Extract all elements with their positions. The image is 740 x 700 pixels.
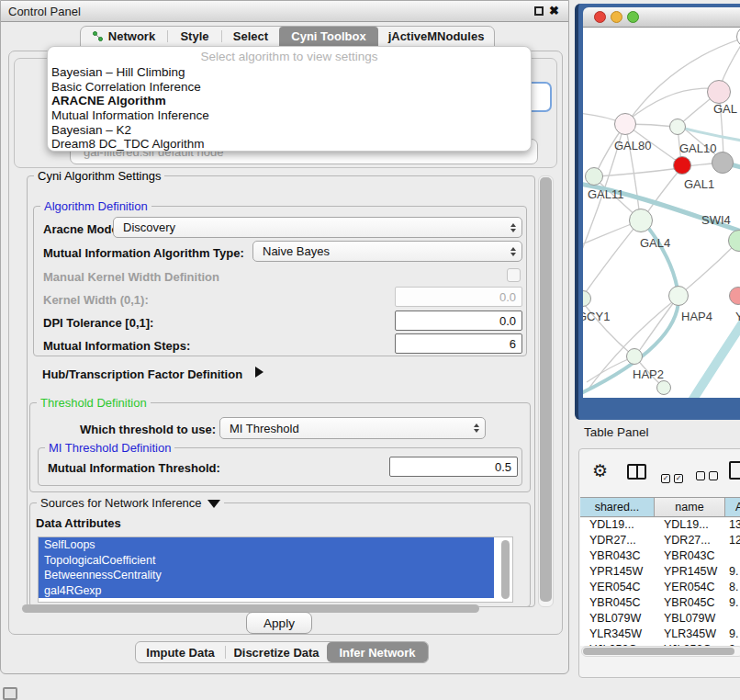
- table-row[interactable]: YDL19... YDL19... 13: [580, 518, 740, 534]
- tab-jactivemnodules[interactable]: jActiveMNodules: [378, 27, 494, 46]
- hub-definition-label: Hub/Transcription Factor Definition: [42, 367, 242, 381]
- dropdown-item[interactable]: Mutual Information Inference: [48, 108, 531, 123]
- table-body: YDL19... YDL19... 13 YDR27... YDR27... 1…: [580, 518, 740, 646]
- list-scrollbar[interactable]: [501, 540, 510, 599]
- tab-network[interactable]: Network: [81, 27, 167, 46]
- control-panel-window: Control Panel ✖ Network Style Select Cyn…: [0, 0, 569, 674]
- column-header-name[interactable]: name: [655, 498, 725, 516]
- manual-kernel-checkbox[interactable]: [507, 268, 521, 282]
- tab-network-label: Network: [108, 29, 155, 43]
- column-header-shared-name[interactable]: shared...: [580, 498, 655, 516]
- expand-arrow-icon[interactable]: [255, 367, 263, 378]
- stepper-icon: [510, 223, 516, 232]
- apply-button[interactable]: Apply: [246, 612, 312, 634]
- new-table-icon[interactable]: [729, 461, 740, 480]
- float-window-icon[interactable]: [534, 6, 544, 16]
- table-row[interactable]: YDR27... YDR27... 12: [580, 534, 740, 549]
- data-attributes-list: SelfLoopsTopologicalCoefficientBetweenne…: [38, 536, 513, 603]
- aracne-mode-label: Aracne Mode:: [43, 222, 122, 236]
- minimize-traffic-light[interactable]: [611, 11, 622, 23]
- dpi-tolerance-field[interactable]: 0.0: [395, 310, 522, 331]
- network-node-label: HAP2: [633, 367, 664, 381]
- sources-group: Sources for Network Inference Data Attri…: [29, 502, 531, 607]
- table-row[interactable]: YBR043C YBR043C: [580, 549, 740, 565]
- network-node-hap2[interactable]: [626, 348, 643, 365]
- dropdown-item[interactable]: Basic Correlation Inference: [48, 80, 531, 95]
- mi-steps-field[interactable]: 6: [395, 333, 522, 354]
- network-node-gal4[interactable]: [629, 209, 653, 232]
- deselect-all-columns-icon[interactable]: [696, 468, 722, 484]
- close-icon[interactable]: ✖: [549, 4, 559, 17]
- network-icon: [93, 31, 104, 42]
- mi-type-label: Mutual Information Algorithm Type:: [43, 246, 244, 260]
- kernel-width-label: Kernel Width (0,1):: [43, 293, 149, 307]
- table-row[interactable]: YBR045C YBR045C 9.: [580, 596, 740, 612]
- network-node-label: GAL4: [640, 236, 670, 250]
- table-row[interactable]: YLR345W YLR345W 9.: [580, 627, 740, 643]
- dropdown-item[interactable]: Bayesian – Hill Climbing: [48, 65, 531, 80]
- control-panel-title: Control Panel: [8, 5, 81, 18]
- network-node-label: GCY1: [583, 310, 610, 323]
- dropdown-item[interactable]: Dream8 DC_TDC Algorithm: [48, 137, 531, 152]
- close-traffic-light[interactable]: [594, 11, 606, 23]
- table-row[interactable]: YER054C YER054C 8.: [580, 581, 740, 596]
- mi-type-combo[interactable]: Naive Bayes: [252, 241, 522, 262]
- network-node-label: GAL80: [614, 139, 651, 152]
- network-node[interactable]: [712, 152, 734, 174]
- data-attributes-label: Data Attributes: [36, 516, 121, 530]
- which-threshold-label: Which threshold to use:: [80, 423, 216, 436]
- minimized-panel-icon[interactable]: [3, 687, 17, 700]
- select-all-columns-icon[interactable]: ✓✓: [661, 468, 687, 484]
- tab-discretize-data[interactable]: Discretize Data: [226, 642, 327, 662]
- control-panel-tabs: Network Style Select Cyni Toolbox jActiv…: [80, 26, 495, 47]
- zoom-traffic-light[interactable]: [627, 11, 639, 23]
- attribute-item[interactable]: SelfLoops: [39, 537, 494, 553]
- kernel-width-field[interactable]: 0.0: [395, 287, 522, 307]
- table-row[interactable]: YPR145W YPR145W 9.: [580, 565, 740, 581]
- tab-select[interactable]: Select: [222, 27, 279, 46]
- screen: Control Panel ✖ Network Style Select Cyn…: [0, 0, 740, 700]
- cyni-settings-title: Cyni Algorithm Settings: [34, 169, 164, 183]
- dropdown-item[interactable]: Bayesian – K2: [48, 123, 531, 138]
- which-threshold-combo[interactable]: MI Threshold: [219, 417, 486, 439]
- table-hscrollbar[interactable]: [583, 648, 734, 655]
- cyni-algorithm-settings-group: Cyni Algorithm Settings Algorithm Defini…: [27, 175, 535, 607]
- attribute-item[interactable]: BetweennessCentrality: [39, 568, 494, 583]
- tab-infer-network[interactable]: Infer Network: [327, 642, 428, 662]
- network-view-window: GALGAL80GAL10GAL1GAL11GAL4SWI4GCY1HAP4YH…: [575, 4, 740, 420]
- gear-icon[interactable]: ⚙: [592, 460, 608, 481]
- attr-items: SelfLoopsTopologicalCoefficientBetweenne…: [39, 537, 512, 598]
- dpi-tolerance-label: DPI Tolerance [0,1]:: [43, 316, 153, 330]
- network-node-gal10[interactable]: [669, 119, 686, 135]
- threshold-definition-title: Threshold Definition: [37, 396, 151, 410]
- table-row[interactable]: YBL079W YBL079W: [580, 612, 740, 627]
- threshold-definition-group: Threshold Definition Which threshold to …: [29, 402, 531, 492]
- settings-vscrollbar[interactable]: [540, 177, 552, 602]
- tab-cyni-toolbox[interactable]: Cyni Toolbox: [279, 27, 378, 46]
- algorithm-definition-title: Algorithm Definition: [40, 199, 151, 213]
- network-node-hap4[interactable]: [668, 286, 689, 306]
- network-node-gal11[interactable]: [585, 167, 603, 186]
- table-header-row: shared... name A: [580, 497, 740, 517]
- split-columns-icon[interactable]: [627, 464, 646, 480]
- network-node-gal80[interactable]: [614, 113, 636, 135]
- tab-style[interactable]: Style: [168, 27, 221, 46]
- network-canvas[interactable]: GALGAL80GAL10GAL1GAL11GAL4SWI4GCY1HAP4YH…: [583, 28, 740, 398]
- mi-threshold-group: MI Threshold Definition Mutual Informati…: [38, 447, 522, 486]
- manual-kernel-label: Manual Kernel Width Definition: [43, 270, 219, 284]
- collapse-arrow-icon[interactable]: [207, 500, 220, 508]
- mi-steps-label: Mutual Information Steps:: [43, 339, 190, 353]
- column-header-partial[interactable]: A: [725, 498, 740, 516]
- attribute-item[interactable]: gal4RGexp: [39, 583, 494, 599]
- dropdown-item-selected[interactable]: ARACNE Algorithm: [48, 94, 531, 108]
- dropdown-placeholder: Select algorithm to view settings: [48, 50, 531, 65]
- network-node-label: Y: [735, 310, 740, 323]
- aracne-mode-combo[interactable]: Discovery: [113, 217, 522, 238]
- algorithm-definition-group: Algorithm Definition Aracne Mode: Discov…: [33, 206, 527, 356]
- attribute-item[interactable]: TopologicalCoefficient: [39, 553, 494, 569]
- network-node[interactable]: [656, 380, 671, 395]
- network-node-gal[interactable]: [707, 80, 731, 104]
- network-node-gal1[interactable]: [673, 156, 691, 175]
- mi-threshold-field[interactable]: 0.5: [389, 457, 518, 477]
- tab-impute-data[interactable]: Impute Data: [136, 642, 225, 662]
